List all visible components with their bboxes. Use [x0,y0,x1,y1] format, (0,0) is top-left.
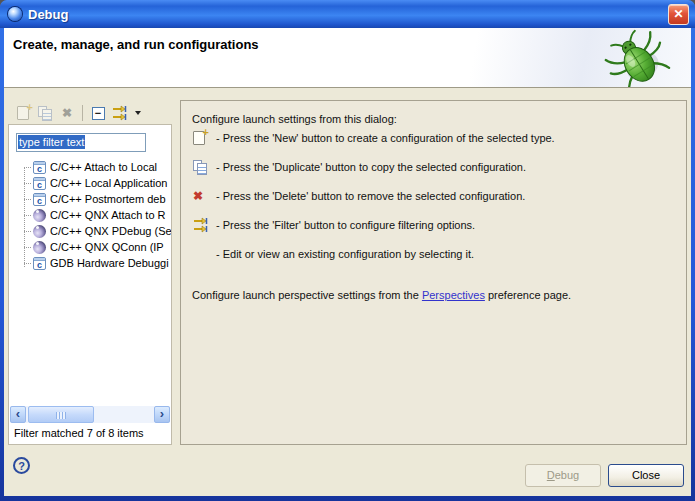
tree-item-cc-local-application[interactable]: c C/C++ Local Application [24,175,171,191]
filter-icon [112,105,128,121]
tree-item-qnx-qconn[interactable]: C/C++ QNX QConn (IP [24,239,171,255]
filter-input-selected-text: type filter text [18,135,85,149]
close-button[interactable]: Close [608,464,684,487]
delete-icon: ✖ [62,107,72,119]
dialog-client-area: Create, manage, and run configurations [4,28,691,496]
c-application-icon: c [33,161,46,174]
left-toolbar: + ✖ − [12,102,141,124]
delete-configuration-button[interactable]: ✖ [56,103,78,123]
new-icon: + [193,131,205,145]
window-icon [8,7,22,21]
toolbar-menu-dropdown-icon[interactable] [135,111,141,115]
instructions-intro: Configure launch settings from this dial… [192,113,397,125]
new-configuration-button[interactable]: + [12,103,34,123]
duplicate-configuration-button[interactable] [34,103,56,123]
tree-item-gdb-hardware[interactable]: c GDB Hardware Debuggi [24,255,171,271]
instruction-duplicate: - Press the 'Duplicate' button to copy t… [193,158,526,176]
tree-item-qnx-pdebug[interactable]: C/C++ QNX PDebug (Se [24,223,171,239]
filter-input[interactable]: type filter text [16,133,146,152]
instruction-new: + - Press the 'New' button to create a c… [193,129,555,147]
filter-match-status: Filter matched 7 of 8 items [14,427,144,439]
filtered-tree-panel: type filter text c C/C++ Attach to Local… [8,124,172,445]
horizontal-scrollbar[interactable]: ‹ › [10,406,170,423]
scrollbar-thumb[interactable] [28,406,94,423]
instruction-delete: ✖ - Press the 'Delete' button to remove … [193,187,525,205]
new-icon: + [17,106,29,120]
collapse-all-icon: − [92,107,105,120]
header-banner: Create, manage, and run configurations [4,28,691,88]
close-window-button[interactable]: ✕ [668,4,689,25]
filter-icon [193,217,209,233]
help-icon: ? [18,460,25,472]
qnx-icon [33,225,46,238]
perspective-settings-line: Configure launch perspective settings fr… [192,289,571,301]
instruction-edit: - Edit or view an existing configuration… [193,245,474,263]
scroll-right-button[interactable]: › [154,406,170,423]
tree-item-cc-attach-local[interactable]: c C/C++ Attach to Local [24,159,171,175]
qnx-icon [33,209,46,222]
delete-icon: ✖ [193,190,203,202]
window-title: Debug [28,7,668,22]
scroll-left-button[interactable]: ‹ [10,406,26,423]
page-title: Create, manage, and run configurations [13,37,259,52]
debug-dialog-window: Debug ✕ Create, manage, and run configur… [0,0,695,501]
filter-button[interactable] [109,103,131,123]
debug-bug-graphic [599,29,675,87]
c-application-icon: c [33,257,46,270]
title-bar[interactable]: Debug ✕ [0,0,695,28]
perspectives-link[interactable]: Perspectives [422,289,485,301]
qnx-icon [33,241,46,254]
tree-guide-line [24,167,25,267]
toolbar-separator [82,105,83,121]
instruction-filter: - Press the 'Filter' button to configure… [193,216,475,234]
tree-item-cc-postmortem[interactable]: c C/C++ Postmortem deb [24,191,171,207]
debug-button[interactable]: Debug [525,464,601,487]
duplicate-icon [38,106,53,121]
c-application-icon: c [33,193,46,206]
instructions-panel: Configure launch settings from this dial… [180,100,687,445]
c-application-icon: c [33,177,46,190]
collapse-all-button[interactable]: − [87,103,109,123]
help-button[interactable]: ? [13,457,30,474]
duplicate-icon [193,160,208,175]
configuration-type-tree: c C/C++ Attach to Local c C/C++ Local Ap… [9,159,171,279]
tree-item-qnx-attach[interactable]: C/C++ QNX Attach to R [24,207,171,223]
